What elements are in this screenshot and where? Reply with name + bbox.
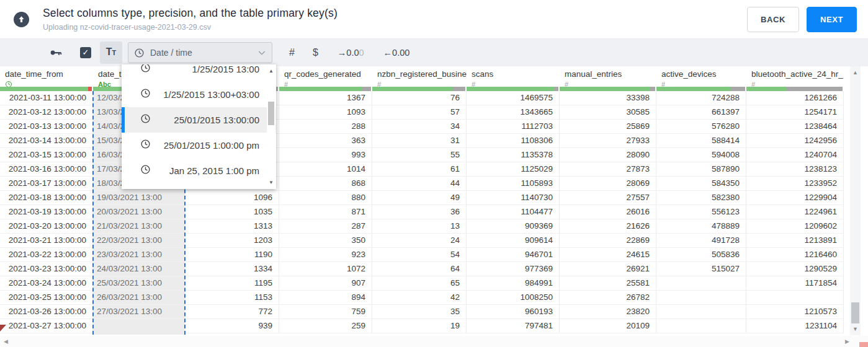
table-cell[interactable] xyxy=(656,305,746,318)
table-cell[interactable]: 64 xyxy=(372,262,467,276)
table-cell[interactable]: 1261266 xyxy=(746,91,844,105)
scroll-up-icon[interactable]: ▲ xyxy=(850,69,861,76)
table-cell[interactable]: 556123 xyxy=(656,205,746,219)
table-cell[interactable]: 894 xyxy=(279,291,372,304)
table-cell[interactable]: 1108306 xyxy=(467,134,560,147)
table-cell[interactable]: 880 xyxy=(279,191,372,204)
table-cell[interactable]: 587890 xyxy=(656,162,746,176)
table-cell[interactable]: 594008 xyxy=(656,148,746,162)
table-cell[interactable]: 2021-03-19 13:00:00 xyxy=(0,205,93,219)
table-cell[interactable]: 76 xyxy=(372,91,467,105)
table-cell[interactable]: 505836 xyxy=(656,248,746,261)
table-cell[interactable]: 1290529 xyxy=(746,262,844,276)
table-cell[interactable]: 1231104 xyxy=(746,319,844,333)
table-cell[interactable]: 1093 xyxy=(279,105,372,119)
table-cell[interactable]: 259 xyxy=(279,319,372,333)
table-cell[interactable]: 2021-03-14 13:00:00 xyxy=(0,134,93,147)
table-cell[interactable]: 42 xyxy=(372,291,467,304)
column-header[interactable]: scans# xyxy=(467,66,560,87)
table-cell[interactable] xyxy=(656,319,746,333)
table-cell[interactable]: 28069 xyxy=(560,177,656,190)
table-cell[interactable]: 26016 xyxy=(560,205,656,219)
table-cell[interactable]: 1008250 xyxy=(467,291,560,304)
table-cell[interactable]: 287 xyxy=(279,219,372,233)
table-cell[interactable]: 54 xyxy=(372,248,467,261)
column-header[interactable]: manual_entries# xyxy=(560,66,656,87)
table-cell[interactable]: 909614 xyxy=(467,234,560,247)
table-cell[interactable]: 2021-03-13 13:00:00 xyxy=(0,120,93,133)
table-cell[interactable]: 2021-03-21 13:00:00 xyxy=(0,234,93,247)
table-cell[interactable]: 2021-03-15 13:00:00 xyxy=(0,148,93,162)
table-cell[interactable]: 939 xyxy=(185,319,279,333)
table-cell[interactable]: 20109 xyxy=(560,319,656,333)
table-cell[interactable]: 1469575 xyxy=(467,91,560,105)
table-cell[interactable]: 21626 xyxy=(560,219,656,233)
vertical-scrollbar-thumb[interactable] xyxy=(851,302,859,323)
table-cell[interactable]: 44 xyxy=(372,177,467,190)
date-format-option[interactable]: Jan 25, 2015 1:00 pm xyxy=(122,158,276,183)
table-cell[interactable]: 24615 xyxy=(560,248,656,261)
table-cell[interactable]: 759 xyxy=(279,305,372,318)
table-cell[interactable]: 478889 xyxy=(656,219,746,233)
primary-key-icon[interactable] xyxy=(50,48,63,58)
date-format-option[interactable]: 25/01/2015 1:00:00 pm xyxy=(122,133,276,158)
table-cell[interactable]: 797481 xyxy=(467,319,560,333)
table-cell[interactable]: 363 xyxy=(279,134,372,147)
table-cell[interactable]: 907 xyxy=(279,276,372,290)
scroll-down-icon[interactable]: ▼ xyxy=(267,180,275,185)
scroll-down-icon[interactable]: ▼ xyxy=(850,326,861,332)
table-cell[interactable]: 1035 xyxy=(185,205,279,219)
table-cell[interactable]: 19/03/2021 13:00 xyxy=(93,191,185,204)
table-cell[interactable]: 30585 xyxy=(560,105,656,119)
table-cell[interactable]: 868 xyxy=(279,177,372,190)
table-cell[interactable]: 1238464 xyxy=(746,120,844,133)
scroll-up-icon[interactable]: ▲ xyxy=(267,68,275,74)
table-cell[interactable]: 1014 xyxy=(279,162,372,176)
date-format-option[interactable]: 25/01/2015 13:00:00 xyxy=(122,107,276,133)
date-format-option[interactable]: 1/25/2015 13:00 xyxy=(122,64,276,82)
table-cell[interactable]: 1367 xyxy=(279,91,372,105)
table-cell[interactable]: 984991 xyxy=(467,276,560,290)
table-cell[interactable]: 2021-03-24 13:00:00 xyxy=(0,276,93,290)
table-cell[interactable]: 19 xyxy=(372,319,467,333)
column-header[interactable]: date_time_from xyxy=(0,66,93,87)
table-cell[interactable]: 24/03/2021 13:00 xyxy=(93,262,185,276)
table-cell[interactable]: 288 xyxy=(279,120,372,133)
table-cell[interactable]: 65 xyxy=(372,276,467,290)
table-cell[interactable]: 24 xyxy=(372,234,467,247)
table-cell[interactable]: 1203 xyxy=(185,234,279,247)
number-type-button[interactable]: # xyxy=(289,47,295,58)
table-cell[interactable]: 724288 xyxy=(656,91,746,105)
table-cell[interactable]: 2021-03-17 13:00:00 xyxy=(0,177,93,190)
column-type-select[interactable]: Date / time xyxy=(128,42,272,63)
table-cell[interactable]: 55 xyxy=(372,148,467,162)
table-cell[interactable]: 960193 xyxy=(467,305,560,318)
table-cell[interactable]: 871 xyxy=(279,205,372,219)
table-cell[interactable]: 584350 xyxy=(656,177,746,190)
table-cell[interactable]: 2021-03-12 13:00:00 xyxy=(0,105,93,119)
table-cell[interactable]: 1195 xyxy=(185,276,279,290)
table-cell[interactable]: 27933 xyxy=(560,134,656,147)
table-cell[interactable]: 27557 xyxy=(560,191,656,204)
table-cell[interactable]: 1313 xyxy=(185,219,279,233)
include-column-checkbox[interactable]: ✓ xyxy=(80,47,91,58)
table-cell[interactable]: 1153 xyxy=(185,291,279,304)
table-cell[interactable]: 1105893 xyxy=(467,177,560,190)
table-cell[interactable]: 2021-03-25 13:00:00 xyxy=(0,291,93,304)
table-cell[interactable]: 588414 xyxy=(656,134,746,147)
table-cell[interactable]: 923 xyxy=(279,248,372,261)
table-cell[interactable]: 25581 xyxy=(560,276,656,290)
table-cell[interactable]: 2021-03-22 13:00:00 xyxy=(0,248,93,261)
table-cell[interactable]: 28090 xyxy=(560,148,656,162)
table-cell[interactable]: 1112703 xyxy=(467,120,560,133)
table-cell[interactable]: 1125029 xyxy=(467,162,560,176)
table-cell[interactable]: 22/03/2021 13:00 xyxy=(93,234,185,247)
table-cell[interactable]: 2021-03-11 13:00:00 xyxy=(0,91,93,105)
table-cell[interactable]: 26782 xyxy=(560,291,656,304)
vertical-scrollbar[interactable]: ▲ ▼ xyxy=(850,66,861,335)
table-cell[interactable]: 1254171 xyxy=(746,105,844,119)
table-cell[interactable]: 61 xyxy=(372,162,467,176)
table-cell[interactable]: 2021-03-18 13:00:00 xyxy=(0,191,93,204)
table-cell[interactable]: 772 xyxy=(185,305,279,318)
table-cell[interactable]: 1343665 xyxy=(467,105,560,119)
